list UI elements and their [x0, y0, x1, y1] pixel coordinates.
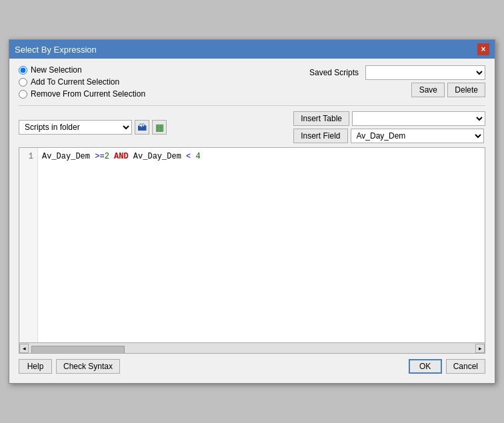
delete-button[interactable]: Delete: [447, 83, 485, 97]
title-bar: Select By Expression ×: [9, 40, 495, 59]
insert-table-button[interactable]: Insert Table: [293, 111, 349, 126]
save-button[interactable]: Save: [411, 83, 445, 97]
divider-1: [19, 105, 485, 106]
add-to-current-label[interactable]: Add To Current Selection: [19, 77, 145, 87]
code-num1: 2: [105, 152, 114, 161]
table-select[interactable]: [352, 111, 485, 126]
bottom-left-buttons: Help Check Syntax: [19, 359, 120, 374]
code-field2: Av_Day_Dem: [133, 152, 186, 161]
line-number-1: 1: [23, 151, 33, 163]
insert-table-row: Insert Table: [293, 111, 485, 126]
saved-scripts-section: Saved Scripts Save Delete: [309, 65, 485, 97]
expression-area: 1 Av_Day_Dem >=2 AND Av_Day_Dem < 4: [19, 148, 485, 353]
dialog-title: Select By Expression: [15, 45, 97, 55]
code-num2: 4: [195, 152, 200, 161]
grid-icon-btn[interactable]: ▦: [152, 120, 167, 135]
scroll-track[interactable]: [29, 344, 475, 352]
cancel-button[interactable]: Cancel: [446, 359, 485, 374]
add-to-current-radio[interactable]: [19, 78, 27, 87]
bottom-right-buttons: OK Cancel: [409, 359, 485, 374]
ok-button[interactable]: OK: [409, 359, 442, 374]
code-and: AND: [114, 152, 133, 161]
insert-field-button[interactable]: Insert Field: [293, 129, 347, 143]
new-selection-label[interactable]: New Selection: [19, 65, 145, 75]
code-op1: >=: [95, 152, 104, 161]
scroll-right-arrow[interactable]: ▸: [475, 344, 485, 353]
scripts-folder-select[interactable]: Scripts in folder: [19, 120, 132, 135]
code-op2: <: [186, 152, 195, 161]
scripts-toolbar: Scripts in folder 🏔 ▦ Insert Table Inser…: [19, 111, 485, 143]
bottom-buttons: Help Check Syntax OK Cancel: [19, 359, 485, 376]
expression-editor-container: 1 Av_Day_Dem >=2 AND Av_Day_Dem < 4 ◂ ▸: [19, 147, 485, 354]
saved-scripts-buttons: Save Delete: [411, 83, 485, 97]
horizontal-scrollbar[interactable]: ◂ ▸: [19, 342, 485, 353]
new-selection-radio[interactable]: [19, 66, 27, 75]
insert-controls: Insert Table Insert Field Av_Day_Dem: [293, 111, 485, 143]
selection-mode-group: New Selection Add To Current Selection R…: [19, 65, 145, 99]
remove-from-current-label[interactable]: Remove From Current Selection: [19, 89, 145, 99]
line-numbers: 1: [19, 148, 38, 353]
saved-scripts-label: Saved Scripts: [309, 68, 359, 77]
insert-field-row: Insert Field Av_Day_Dem: [293, 129, 485, 143]
saved-scripts-select[interactable]: [365, 65, 485, 80]
help-button[interactable]: Help: [19, 359, 52, 374]
code-field1: Av_Day_Dem: [42, 152, 95, 161]
saved-scripts-row: Saved Scripts: [309, 65, 485, 80]
dialog-body: New Selection Add To Current Selection R…: [9, 59, 495, 383]
check-syntax-button[interactable]: Check Syntax: [56, 359, 120, 374]
scrollbar-thumb[interactable]: [31, 346, 125, 354]
mountains-icon: 🏔: [137, 122, 147, 133]
remove-from-current-radio[interactable]: [19, 90, 27, 99]
top-section: New Selection Add To Current Selection R…: [19, 65, 485, 99]
open-folder-icon-btn[interactable]: 🏔: [135, 120, 149, 135]
close-button[interactable]: ×: [477, 43, 489, 55]
scroll-left-arrow[interactable]: ◂: [19, 344, 29, 353]
grid-icon: ▦: [155, 122, 164, 133]
field-select[interactable]: Av_Day_Dem: [351, 129, 484, 143]
dialog-window: Select By Expression × New Selection Add…: [9, 39, 495, 384]
expression-code-area[interactable]: Av_Day_Dem >=2 AND Av_Day_Dem < 4: [38, 148, 485, 353]
